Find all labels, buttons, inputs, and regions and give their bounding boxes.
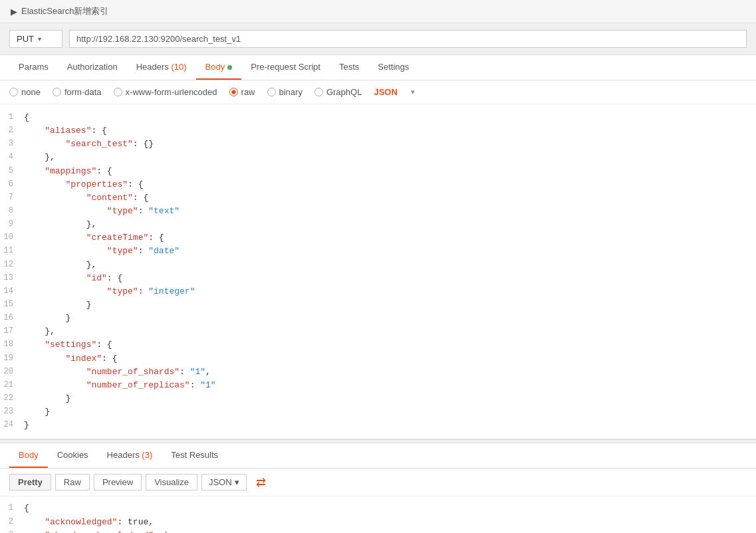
option-urlencoded[interactable]: x-www-form-urlencoded	[114, 87, 217, 97]
url-bar: PUT ▾	[0, 23, 756, 55]
request-tabs: Params Authorization Headers (10) Body P…	[0, 55, 756, 80]
code-line: 10 "createTime": {	[0, 231, 756, 245]
fmt-preview[interactable]: Preview	[94, 474, 142, 490]
line-content: {	[24, 111, 749, 124]
code-line: 17 },	[0, 325, 756, 338]
line-content: },	[24, 218, 749, 231]
line-number: 23	[0, 405, 24, 418]
line-number: 3	[0, 138, 24, 150]
line-number: 18	[0, 338, 24, 351]
line-number: 9	[0, 218, 24, 231]
code-line: 20 "number_of_shards": "1",	[0, 366, 756, 379]
option-none[interactable]: none	[9, 87, 41, 97]
line-number: 15	[0, 298, 24, 311]
line-number: 14	[0, 285, 24, 298]
option-form-data[interactable]: form-data	[53, 87, 102, 97]
code-line: 12 },	[0, 259, 756, 272]
line-number: 1	[0, 502, 24, 514]
line-content: "index": {	[24, 352, 749, 366]
radio-raw	[229, 88, 238, 96]
code-line: 2 "acknowledged": true,	[0, 516, 756, 529]
tab-authorization[interactable]: Authorization	[58, 55, 127, 80]
line-number: 20	[0, 366, 24, 378]
json-type-dropdown[interactable]: ▾	[411, 88, 415, 96]
breadcrumb: ▶ ElasticSearch新增索引	[0, 0, 756, 23]
code-line: 3 "shards_acknowledged": true,	[0, 529, 756, 533]
response-tab-testresults[interactable]: Test Results	[162, 443, 227, 468]
line-content: "type": "date"	[24, 245, 749, 258]
response-tab-headers[interactable]: Headers (3)	[98, 443, 162, 468]
option-binary[interactable]: binary	[267, 87, 303, 97]
method-label: PUT	[17, 34, 34, 44]
line-content: "createTime": {	[24, 231, 749, 245]
line-number: 3	[0, 529, 24, 533]
line-content: "acknowledged": true,	[24, 516, 749, 529]
response-tab-body[interactable]: Body	[9, 443, 48, 468]
radio-none	[9, 88, 18, 96]
response-tab-cookies[interactable]: Cookies	[48, 443, 98, 468]
response-code-area: 1{2 "acknowledged": true,3 "shards_ackno…	[0, 496, 756, 533]
code-line: 15 }	[0, 298, 756, 312]
tab-params[interactable]: Params	[9, 55, 58, 80]
line-content: "shards_acknowledged": true,	[24, 529, 749, 533]
tab-prerequest[interactable]: Pre-request Script	[241, 55, 330, 80]
line-number: 19	[0, 352, 24, 365]
code-line: 22 }	[0, 392, 756, 405]
line-content: },	[24, 259, 749, 272]
code-line: 9 },	[0, 218, 756, 231]
fmt-raw[interactable]: Raw	[55, 474, 90, 490]
line-content: },	[24, 151, 749, 164]
code-line: 13 "id": {	[0, 272, 756, 285]
fmt-pretty[interactable]: Pretty	[9, 474, 51, 490]
url-input[interactable]	[69, 30, 747, 48]
tab-tests[interactable]: Tests	[330, 55, 368, 80]
line-number: 5	[0, 165, 24, 177]
radio-graphql	[315, 88, 323, 96]
code-line: 4 },	[0, 151, 756, 164]
line-content: "number_of_replicas": "1"	[24, 379, 749, 392]
line-content: "search_test": {}	[24, 138, 749, 151]
line-content: "aliases": {	[24, 124, 749, 138]
line-number: 6	[0, 178, 24, 191]
code-line: 6 "properties": {	[0, 178, 756, 191]
code-line: 18 "settings": {	[0, 338, 756, 352]
fmt-visualize[interactable]: Visualize	[146, 474, 197, 490]
line-content: }	[24, 419, 749, 432]
code-line: 1{	[0, 502, 756, 515]
code-line: 16 }	[0, 312, 756, 325]
wrap-icon[interactable]: ⇄	[256, 475, 266, 490]
response-json-dropdown[interactable]: JSON ▾	[201, 474, 247, 490]
line-number: 10	[0, 231, 24, 244]
body-dot	[227, 65, 232, 70]
code-line: 19 "index": {	[0, 352, 756, 366]
line-content: },	[24, 325, 749, 338]
line-number: 22	[0, 392, 24, 405]
line-content: }	[24, 405, 749, 419]
line-number: 17	[0, 325, 24, 338]
option-graphql[interactable]: GraphQL	[315, 87, 362, 97]
line-content: }	[24, 312, 749, 325]
code-line: 5 "mappings": {	[0, 165, 756, 178]
line-content: }	[24, 392, 749, 405]
line-content: "number_of_shards": "1",	[24, 366, 749, 379]
code-line: 2 "aliases": {	[0, 124, 756, 138]
code-line: 14 "type": "integer"	[0, 285, 756, 298]
line-content: "type": "text"	[24, 205, 749, 218]
line-number: 7	[0, 191, 24, 204]
tab-body[interactable]: Body	[196, 55, 242, 80]
code-line: 21 "number_of_replicas": "1"	[0, 379, 756, 392]
code-line: 8 "type": "text"	[0, 205, 756, 218]
tab-headers[interactable]: Headers (10)	[127, 55, 196, 80]
method-chevron: ▾	[38, 35, 41, 43]
line-number: 13	[0, 272, 24, 284]
json-type-label: JSON	[374, 87, 397, 97]
code-line: 3 "search_test": {}	[0, 138, 756, 151]
line-content: {	[24, 502, 749, 515]
tab-settings[interactable]: Settings	[368, 55, 418, 80]
line-content: "mappings": {	[24, 165, 749, 178]
line-content: "type": "integer"	[24, 285, 749, 298]
option-raw[interactable]: raw	[229, 87, 255, 97]
method-select[interactable]: PUT ▾	[9, 30, 63, 48]
response-tabs: Body Cookies Headers (3) Test Results	[0, 443, 756, 469]
line-number: 21	[0, 379, 24, 391]
